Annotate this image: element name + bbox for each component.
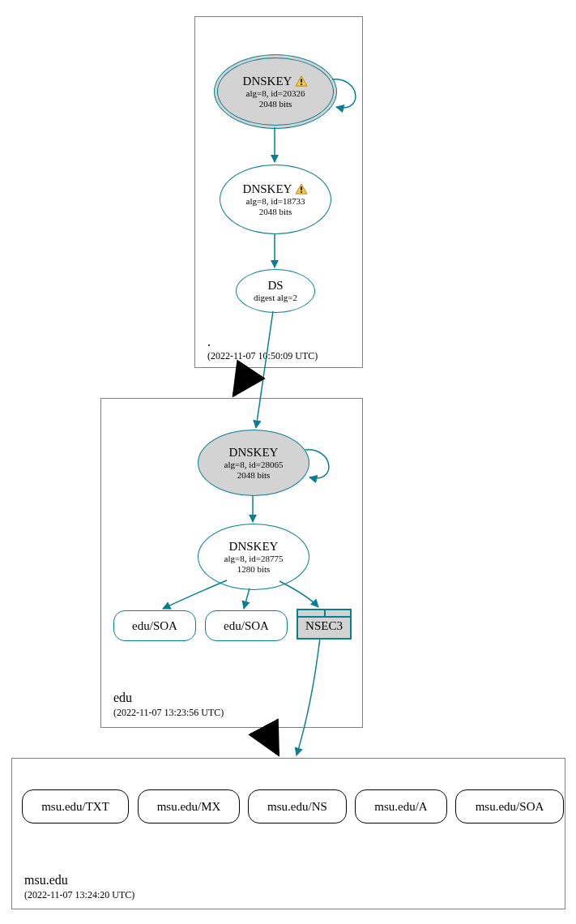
msu-soa: msu.edu/SOA: [455, 789, 564, 823]
zone-msu-time: (2022-11-07 13:24:20 UTC): [24, 889, 134, 901]
msu-a: msu.edu/A: [355, 789, 447, 823]
edu-dnskey-ksk-alg: alg=8, id=28065: [224, 460, 284, 470]
edu-dnskey-zsk-bits: 1280 bits: [237, 564, 271, 575]
edu-soa-2: edu/SOA: [205, 610, 288, 641]
msu-mx: msu.edu/MX: [138, 789, 240, 823]
root-dnskey-zsk-title: DNSKEY: [243, 182, 309, 196]
edge-edu-to-msu-deleg: [266, 726, 278, 754]
root-dnskey-zsk: DNSKEY alg=8, id=18733 2048 bits: [220, 165, 331, 234]
root-ds-title: DS: [267, 279, 283, 293]
root-dnskey-ksk-bits: 2048 bits: [259, 99, 292, 109]
root-ds: DS digest alg=2: [236, 269, 315, 313]
zone-edu-name: edu: [113, 691, 132, 705]
root-dnskey-ksk-title-text: DNSKEY: [243, 75, 292, 88]
edu-dnskey-ksk-bits: 2048 bits: [237, 470, 271, 481]
edu-dnskey-zsk: DNSKEY alg=8, id=28775 1280 bits: [198, 524, 309, 590]
root-dnskey-zsk-title-text: DNSKEY: [243, 182, 292, 196]
root-ds-alg: digest alg=2: [254, 293, 297, 303]
zone-root-name: .: [207, 335, 211, 349]
edu-nsec3: NSEC3: [297, 609, 352, 640]
zone-root-time: (2022-11-07 10:50:09 UTC): [207, 350, 318, 362]
root-dnskey-zsk-alg: alg=8, id=18733: [246, 196, 305, 207]
edu-dnskey-zsk-alg: alg=8, id=28775: [224, 554, 284, 564]
zone-edu-time: (2022-11-07 13:23:56 UTC): [113, 707, 224, 719]
edu-dnskey-ksk-title: DNSKEY: [229, 446, 279, 460]
edu-dnskey-zsk-title: DNSKEY: [229, 540, 279, 554]
edu-nsec3-label: NSEC3: [305, 619, 343, 633]
msu-txt: msu.edu/TXT: [22, 789, 129, 823]
root-dnskey-ksk-title: DNSKEY: [243, 75, 309, 88]
msu-ns: msu.edu/NS: [248, 789, 347, 823]
zone-msu-name: msu.edu: [24, 873, 68, 888]
root-dnskey-ksk-alg: alg=8, id=20326: [246, 88, 305, 99]
root-dnskey-ksk: DNSKEY alg=8, id=20326 2048 bits: [214, 54, 337, 129]
zone-msu: [11, 758, 565, 909]
edu-soa-1: edu/SOA: [113, 610, 196, 641]
root-dnskey-zsk-bits: 2048 bits: [259, 207, 292, 217]
edu-dnskey-ksk: DNSKEY alg=8, id=28065 2048 bits: [198, 430, 309, 496]
warning-icon: [295, 75, 308, 87]
edge-root-to-edu-deleg: [234, 366, 243, 395]
warning-icon: [295, 183, 308, 195]
